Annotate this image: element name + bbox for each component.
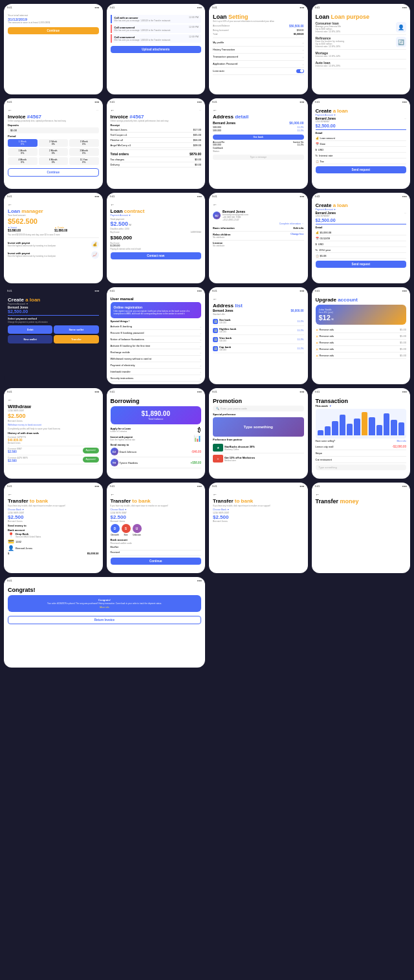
loan-refinance[interactable]: Refinance Ease the burden by reducing Up… — [316, 35, 407, 50]
loan-mortage[interactable]: Mortage Interest rate: 12.8%-14% — [316, 50, 407, 60]
period-1m[interactable]: 1 Month0% — [8, 148, 38, 156]
period-1w[interactable]: 1 Week0% — [8, 139, 38, 147]
manual-item-6[interactable]: Withdrawal money without a card at› — [111, 356, 202, 362]
invoice-card-1: 9:41 ●●● Your total interest 31/12/2019 … — [4, 4, 103, 94]
avatar-s[interactable]: S — [122, 524, 131, 533]
continue-button[interactable]: Continue — [8, 27, 99, 34]
upgrade-item-5[interactable]: ✕ Remove ads $5.00 — [316, 353, 407, 359]
avatar-u[interactable]: U — [133, 524, 142, 533]
bank-vino[interactable]: 🏦 Vino bank500.000 11.2% — [213, 335, 304, 344]
menu-txpwd[interactable]: Transaction password› — [213, 54, 304, 61]
period-11y[interactable]: 11 Year0% — [69, 157, 99, 165]
same-wallet-option[interactable]: Same wallet — [54, 325, 98, 334]
manual-item-9[interactable]: Security instructions› — [111, 375, 202, 382]
promotion-title: Promotion — [213, 398, 304, 404]
loan-field-2-amount[interactable]: 💰$5,090.08 — [316, 230, 407, 235]
manual-item-4[interactable]: Activate E banking for the first time› — [111, 343, 202, 349]
loan-field-date[interactable]: 📅Date — [316, 141, 407, 147]
manual-item-1[interactable]: Activate E-banking› — [111, 323, 202, 330]
promo-search[interactable]: 🔍 Enter your promo code — [213, 406, 304, 411]
back-arrow-11[interactable]: ← — [213, 492, 217, 497]
manual-item-5[interactable]: Recharge mobile› — [111, 349, 202, 356]
loan-field-2-date[interactable]: 📅01/12/09 — [316, 235, 407, 241]
bank-see[interactable]: 🏦 See bank500.000 11.2% — [213, 317, 304, 326]
debit-option[interactable]: Debit — [8, 325, 52, 334]
bar-11 — [391, 420, 397, 435]
back-arrow-10[interactable]: ← — [111, 492, 115, 497]
transaction-card: 9:41 ●●● Transaction This week ▼ — [312, 388, 411, 479]
period-3w[interactable]: 3 Week0% — [69, 139, 99, 147]
menu-apppwd[interactable]: Application Password› — [213, 61, 304, 68]
loan-auto-toggle[interactable] — [296, 69, 304, 73]
menu-loan-auto[interactable]: Loan auto — [213, 68, 304, 75]
bank-bluenet: BlueNet — [111, 545, 202, 550]
invest-payest-2[interactable]: Invest with payest Earn the highest inte… — [8, 250, 99, 260]
type-message[interactable]: Type a message — [213, 155, 304, 160]
more-info-link[interactable]: More info — [11, 606, 198, 609]
loan-field-rate[interactable]: %Interest rate — [316, 153, 407, 158]
period-6m[interactable]: 6 Month0% — [39, 157, 69, 165]
send-tyrone[interactable]: TH Tyrone Hawkins +$58.00 — [111, 457, 202, 468]
loan-field-amount[interactable]: 💰Loan amount — [316, 135, 407, 141]
return-invoice-btn[interactable]: Return Invoice — [8, 616, 201, 624]
transfer-bank-3-card: 9:41 ●●● ← Transfer to bank If you have … — [209, 483, 308, 573]
transfer-option[interactable]: Transfer — [54, 335, 98, 343]
menu-history[interactable]: History Transaction› — [213, 47, 304, 54]
contact-now-btn[interactable]: Contact now — [111, 252, 202, 259]
invest-payest-1[interactable]: Invest with payest Earn the highest inte… — [8, 239, 99, 250]
create-loan-2-title: Create a loan — [316, 202, 407, 208]
loan-field-tax[interactable]: 📋Tax — [316, 158, 407, 164]
back-arrow-6[interactable]: ← — [213, 202, 217, 207]
address-list-title: Address list — [213, 303, 304, 309]
bank-highline[interactable]: 🏦 Highline bank500.000 11.2% — [213, 326, 304, 335]
upload-btn[interactable]: Upload attachments — [111, 46, 202, 53]
send-david[interactable]: DJ David Johnson -$46.00 — [111, 446, 202, 457]
loan-consumer[interactable]: Consumer loan Manage your financial life… — [316, 20, 407, 35]
period-3m[interactable]: 3 Month0% — [69, 148, 99, 156]
avatar-d[interactable]: D — [111, 524, 120, 533]
edit-info[interactable]: Complete information → — [213, 223, 304, 225]
upgrade-item-1[interactable]: ✕ Remove ads $5.00 — [316, 327, 407, 333]
back-arrow-4[interactable]: ← — [8, 202, 12, 207]
borrowing-card: 9:41 ●●● Borrowing $1,890.00 Total balan… — [107, 388, 206, 479]
upgrade-item-3[interactable]: ✕ Remove ads $5.00 — [316, 340, 407, 346]
loan-field-2-rate[interactable]: %15%/ year — [316, 247, 407, 253]
back-arrow-8[interactable]: ← — [8, 398, 12, 402]
bank-user: 👤 Bernard Jones — [8, 545, 99, 551]
new-wallet-option[interactable]: New wallet — [8, 335, 52, 343]
transfer-bank-2-card: 9:41 ●●● ← Transfer to bank If you have … — [107, 483, 206, 573]
transfer-title-3: Transfer to bank — [213, 498, 304, 505]
menu-profile[interactable]: My profile› — [213, 39, 304, 47]
medicine-partner[interactable]: + Get 13% off at Medicines Medical store — [213, 453, 304, 464]
manual-item-7[interactable]: Payment of electricity› — [111, 362, 202, 369]
upgrade-item-2[interactable]: ✕ Remove ads $5.00 — [316, 333, 407, 340]
bank-cap[interactable]: 🏦 Cap bank500.000 11.2% — [213, 344, 304, 353]
see-bank-btn[interactable]: See bank — [213, 135, 304, 140]
loan-auto[interactable]: Auto loan Interest rate: 12.8%-29% — [316, 60, 407, 69]
upgrade-title: Upgrade account — [316, 297, 407, 303]
back-arrow-3[interactable]: ← — [213, 108, 217, 113]
period-2m[interactable]: 2 Month0% — [39, 148, 69, 156]
back-arrow-1[interactable]: ← — [8, 108, 12, 113]
send-request-btn-1[interactable]: Send request — [316, 166, 407, 173]
back-arrow-7[interactable]: ← — [213, 297, 217, 301]
back-arrow-12[interactable]: ← — [316, 492, 320, 497]
loan-field-usd[interactable]: $USD — [316, 147, 407, 153]
loan-field-2-tax[interactable]: 📋$5.08 — [316, 253, 407, 259]
back-arrow-9[interactable]: ← — [8, 492, 12, 497]
manual-item-2[interactable]: Recover E banking password› — [111, 330, 202, 336]
period-4m[interactable]: 4 Month0% — [8, 157, 38, 165]
manual-item-3[interactable]: Notice of balance fluctuations› — [111, 336, 202, 343]
continue-btn-2[interactable]: Continue — [8, 168, 99, 177]
upgrade-item-4[interactable]: ✕ Remove ads $5.00 — [316, 346, 407, 353]
back-arrow-5[interactable]: ← — [111, 202, 115, 207]
back-arrow-2[interactable]: ← — [111, 108, 115, 113]
starbucks-partner[interactable]: ★ StarBucks discount 30% Blueberry Coffe… — [213, 442, 304, 453]
period-2w[interactable]: 2 Week0% — [39, 139, 69, 147]
tx-type-msg[interactable]: Type something — [316, 464, 407, 470]
loan-field-2-usd[interactable]: $USD — [316, 241, 407, 247]
continue-btn-3[interactable]: Continue — [111, 558, 202, 565]
send-request-btn-2[interactable]: Send request — [316, 261, 407, 268]
withdraw-action[interactable]: Withdraw money to bank account — [8, 424, 99, 426]
manual-item-8[interactable]: Interbank transfer› — [111, 369, 202, 375]
